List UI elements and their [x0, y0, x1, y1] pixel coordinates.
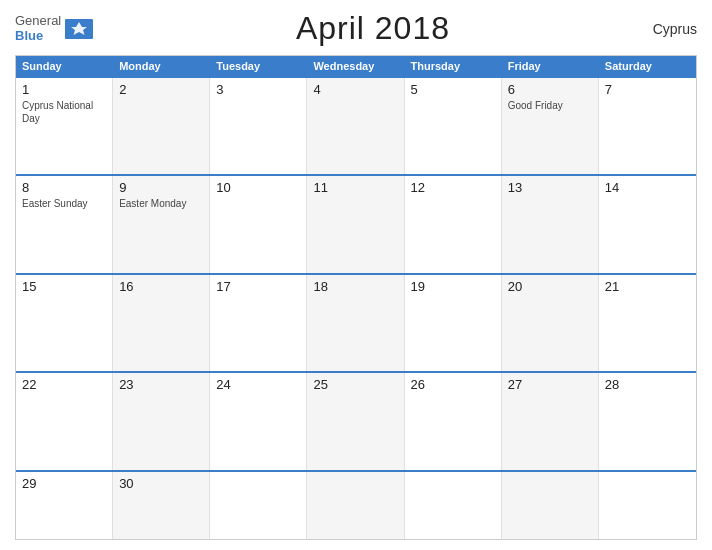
calendar-body: 1Cyprus NationalDay23456Good Friday78Eas…	[16, 76, 696, 539]
cal-cell-w1-d4: 4	[307, 78, 404, 174]
header: GeneralBlue April 2018 Cyprus	[15, 10, 697, 47]
cal-cell-w3-d6: 20	[502, 275, 599, 371]
header-wednesday: Wednesday	[307, 56, 404, 76]
week-row-5: 2930	[16, 470, 696, 539]
day-number: 10	[216, 180, 300, 195]
page: GeneralBlue April 2018 Cyprus Sunday Mon…	[0, 0, 712, 550]
day-number: 16	[119, 279, 203, 294]
week-row-2: 8Easter Sunday9Easter Monday1011121314	[16, 174, 696, 272]
cal-cell-w5-d1: 29	[16, 472, 113, 539]
cal-cell-w2-d3: 10	[210, 176, 307, 272]
day-number: 27	[508, 377, 592, 392]
header-sunday: Sunday	[16, 56, 113, 76]
cal-cell-w5-d2: 30	[113, 472, 210, 539]
day-number: 14	[605, 180, 690, 195]
day-number: 24	[216, 377, 300, 392]
header-saturday: Saturday	[599, 56, 696, 76]
cal-cell-w3-d5: 19	[405, 275, 502, 371]
day-number: 13	[508, 180, 592, 195]
cal-cell-w1-d3: 3	[210, 78, 307, 174]
cal-cell-w2-d4: 11	[307, 176, 404, 272]
day-event: Good Friday	[508, 99, 592, 112]
week-row-3: 15161718192021	[16, 273, 696, 371]
cal-cell-w5-d7	[599, 472, 696, 539]
day-number: 22	[22, 377, 106, 392]
day-number: 9	[119, 180, 203, 195]
day-number: 21	[605, 279, 690, 294]
header-friday: Friday	[502, 56, 599, 76]
header-monday: Monday	[113, 56, 210, 76]
day-number: 1	[22, 82, 106, 97]
cal-cell-w1-d1: 1Cyprus NationalDay	[16, 78, 113, 174]
country-name: Cyprus	[653, 21, 697, 37]
cal-cell-w4-d3: 24	[210, 373, 307, 469]
cal-cell-w4-d7: 28	[599, 373, 696, 469]
day-number: 17	[216, 279, 300, 294]
cal-cell-w2-d2: 9Easter Monday	[113, 176, 210, 272]
logo-flag-icon	[65, 19, 93, 39]
day-event: Day	[22, 112, 106, 125]
cal-cell-w3-d4: 18	[307, 275, 404, 371]
day-number: 28	[605, 377, 690, 392]
cal-cell-w1-d5: 5	[405, 78, 502, 174]
day-number: 23	[119, 377, 203, 392]
day-number: 15	[22, 279, 106, 294]
day-number: 29	[22, 476, 106, 491]
day-number: 6	[508, 82, 592, 97]
cal-cell-w2-d5: 12	[405, 176, 502, 272]
cal-cell-w4-d5: 26	[405, 373, 502, 469]
cal-cell-w1-d7: 7	[599, 78, 696, 174]
day-number: 2	[119, 82, 203, 97]
cal-cell-w3-d2: 16	[113, 275, 210, 371]
cal-cell-w5-d3	[210, 472, 307, 539]
day-number: 8	[22, 180, 106, 195]
day-number: 26	[411, 377, 495, 392]
header-thursday: Thursday	[405, 56, 502, 76]
logo-text: GeneralBlue	[15, 14, 61, 43]
day-number: 20	[508, 279, 592, 294]
cal-cell-w5-d5	[405, 472, 502, 539]
day-event: Easter Sunday	[22, 197, 106, 210]
day-event: Cyprus National	[22, 99, 106, 112]
cal-cell-w2-d1: 8Easter Sunday	[16, 176, 113, 272]
cal-cell-w3-d1: 15	[16, 275, 113, 371]
day-number: 3	[216, 82, 300, 97]
day-number: 30	[119, 476, 203, 491]
cal-cell-w4-d1: 22	[16, 373, 113, 469]
calendar: Sunday Monday Tuesday Wednesday Thursday…	[15, 55, 697, 540]
cal-cell-w5-d6	[502, 472, 599, 539]
cal-cell-w3-d7: 21	[599, 275, 696, 371]
day-number: 25	[313, 377, 397, 392]
week-row-4: 22232425262728	[16, 371, 696, 469]
header-tuesday: Tuesday	[210, 56, 307, 76]
cal-cell-w3-d3: 17	[210, 275, 307, 371]
cal-cell-w4-d2: 23	[113, 373, 210, 469]
day-number: 11	[313, 180, 397, 195]
day-number: 19	[411, 279, 495, 294]
logo: GeneralBlue	[15, 14, 93, 43]
day-event: Easter Monday	[119, 197, 203, 210]
calendar-header: Sunday Monday Tuesday Wednesday Thursday…	[16, 56, 696, 76]
cal-cell-w4-d6: 27	[502, 373, 599, 469]
cal-cell-w5-d4	[307, 472, 404, 539]
cal-cell-w4-d4: 25	[307, 373, 404, 469]
cal-cell-w1-d6: 6Good Friday	[502, 78, 599, 174]
day-number: 12	[411, 180, 495, 195]
cal-cell-w2-d7: 14	[599, 176, 696, 272]
day-number: 5	[411, 82, 495, 97]
week-row-1: 1Cyprus NationalDay23456Good Friday7	[16, 76, 696, 174]
day-number: 18	[313, 279, 397, 294]
cal-cell-w2-d6: 13	[502, 176, 599, 272]
month-title: April 2018	[296, 10, 450, 47]
day-number: 7	[605, 82, 690, 97]
cal-cell-w1-d2: 2	[113, 78, 210, 174]
day-number: 4	[313, 82, 397, 97]
